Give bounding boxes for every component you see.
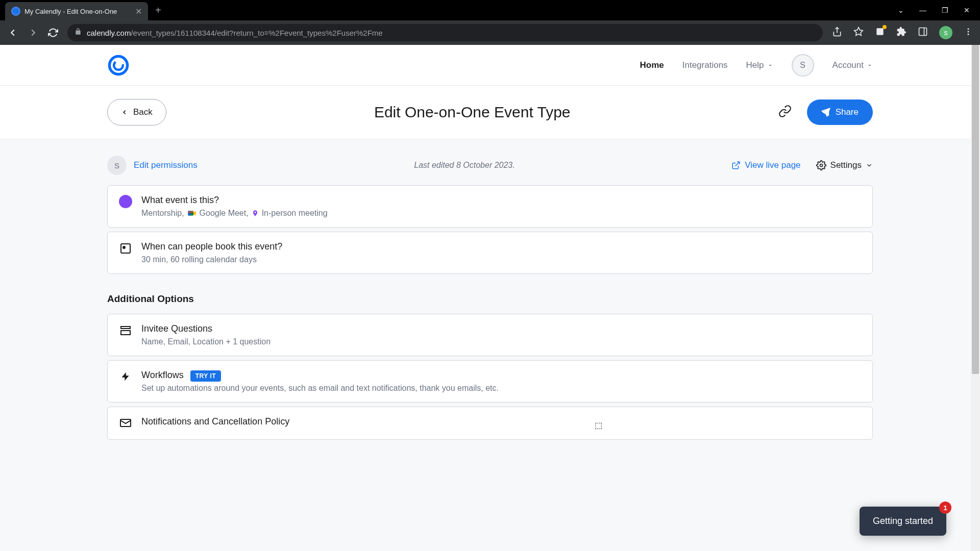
maximize-icon[interactable]: ❐ bbox=[942, 6, 948, 14]
svg-point-9 bbox=[820, 164, 822, 167]
edit-permissions-link[interactable]: Edit permissions bbox=[134, 160, 198, 170]
top-navigation: Home Integrations Help S Account bbox=[0, 45, 980, 86]
card-subtitle: Mentorship, Google Meet, In-person meeti… bbox=[141, 209, 861, 218]
svg-rect-12 bbox=[188, 211, 193, 214]
chevron-left-icon bbox=[121, 109, 128, 116]
sidepanel-icon[interactable] bbox=[918, 27, 928, 39]
tab-search-icon[interactable]: ⌄ bbox=[898, 6, 904, 14]
close-window-icon[interactable]: ✕ bbox=[964, 6, 970, 14]
tab-title: My Calendly - Edit One-on-One bbox=[24, 8, 131, 15]
view-live-link[interactable]: View live page bbox=[731, 160, 800, 170]
svg-rect-2 bbox=[919, 28, 927, 36]
card-title: Workflows TRY IT bbox=[141, 370, 861, 381]
card-title: What event is this? bbox=[141, 195, 861, 206]
svg-point-6 bbox=[968, 34, 969, 35]
getting-started-widget[interactable]: Getting started 1 bbox=[860, 507, 946, 536]
view-live-label: View live page bbox=[745, 160, 800, 170]
try-it-badge: TRY IT bbox=[190, 370, 221, 382]
card-what-event[interactable]: What event is this? Mentorship, Google M… bbox=[107, 185, 873, 228]
card-when-book[interactable]: When can people book this event? 30 min,… bbox=[107, 232, 873, 274]
location-pin-icon bbox=[252, 209, 259, 218]
share-button[interactable]: Share bbox=[807, 99, 873, 125]
calendly-logo[interactable] bbox=[107, 54, 130, 77]
chevron-down-icon bbox=[867, 62, 873, 68]
share-arrow-icon bbox=[821, 108, 830, 117]
additional-options-heading: Additional Options bbox=[107, 293, 873, 305]
card-title: Notifications and Cancellation Policy bbox=[141, 416, 861, 427]
close-tab-icon[interactable]: ✕ bbox=[135, 7, 142, 16]
meta-row: S Edit permissions Last edited 8 October… bbox=[107, 156, 873, 175]
svg-rect-15 bbox=[121, 327, 130, 329]
share-label: Share bbox=[836, 107, 859, 117]
scrollbar[interactable] bbox=[971, 45, 980, 551]
svg-point-7 bbox=[109, 56, 127, 74]
lightning-icon bbox=[119, 370, 132, 383]
google-meet-icon bbox=[187, 209, 197, 218]
svg-point-8 bbox=[114, 61, 123, 70]
gear-icon bbox=[816, 160, 826, 170]
address-bar: calendly.com/event_types/161108344/edit?… bbox=[0, 20, 980, 45]
card-title: Invitee Questions bbox=[141, 323, 861, 334]
toolbar-icons: s bbox=[832, 26, 973, 39]
svg-rect-16 bbox=[121, 331, 130, 335]
window-controls: ⌄ — ❐ ✕ bbox=[898, 6, 980, 14]
nav-account[interactable]: Account bbox=[832, 60, 873, 70]
page-header: Back Edit One-on-One Event Type Share bbox=[0, 86, 980, 139]
card-title: When can people book this event? bbox=[141, 241, 861, 252]
getting-started-label: Getting started bbox=[873, 516, 933, 526]
nav-integrations[interactable]: Integrations bbox=[682, 60, 728, 70]
envelope-icon bbox=[119, 416, 132, 430]
extensions-icon[interactable] bbox=[896, 27, 906, 39]
permission-avatar: S bbox=[107, 156, 127, 175]
card-workflows[interactable]: Workflows TRY IT Set up automations arou… bbox=[107, 360, 873, 403]
back-label: Back bbox=[133, 107, 153, 117]
last-edited-text: Last edited 8 October 2023. bbox=[198, 161, 732, 170]
nav-links: Home Integrations Help S Account bbox=[640, 54, 873, 77]
nav-help[interactable]: Help bbox=[746, 60, 773, 70]
svg-rect-13 bbox=[121, 244, 130, 253]
card-invitee-questions[interactable]: Invitee Questions Name, Email, Location … bbox=[107, 314, 873, 356]
forward-nav-icon[interactable] bbox=[28, 27, 39, 38]
profile-avatar[interactable]: s bbox=[939, 26, 952, 39]
card-subtitle: 30 min, 60 rolling calendar days bbox=[141, 255, 861, 264]
nav-home[interactable]: Home bbox=[640, 60, 664, 70]
browser-tab[interactable]: My Calendly - Edit One-on-One ✕ bbox=[5, 2, 148, 20]
scrollbar-thumb[interactable] bbox=[972, 45, 979, 374]
chevron-down-icon bbox=[767, 62, 773, 68]
chevron-down-icon bbox=[866, 162, 873, 169]
settings-label: Settings bbox=[830, 160, 862, 170]
settings-dropdown[interactable]: Settings bbox=[816, 160, 873, 170]
notification-badge: 1 bbox=[939, 502, 951, 514]
browser-chrome: My Calendly - Edit One-on-One ✕ + ⌄ — ❐ … bbox=[0, 0, 980, 45]
star-icon[interactable] bbox=[853, 27, 864, 39]
share-page-icon[interactable] bbox=[832, 27, 842, 39]
svg-point-14 bbox=[123, 246, 125, 248]
svg-point-5 bbox=[968, 31, 969, 33]
url-input[interactable]: calendly.com/event_types/161108344/edit?… bbox=[67, 24, 823, 41]
back-button[interactable]: Back bbox=[107, 99, 166, 126]
new-tab-button[interactable]: + bbox=[155, 5, 161, 16]
calendly-favicon bbox=[11, 7, 20, 16]
card-subtitle: Set up automations around your events, s… bbox=[141, 384, 861, 393]
reload-icon[interactable] bbox=[48, 28, 58, 38]
card-notifications[interactable]: Notifications and Cancellation Policy bbox=[107, 407, 873, 440]
copy-link-icon[interactable] bbox=[778, 105, 792, 120]
menu-icon[interactable] bbox=[964, 27, 973, 38]
url-text: calendly.com/event_types/161108344/edit?… bbox=[87, 29, 383, 37]
svg-point-4 bbox=[968, 28, 969, 30]
user-avatar[interactable]: S bbox=[792, 54, 814, 77]
tab-bar: My Calendly - Edit One-on-One ✕ + ⌄ — ❐ … bbox=[0, 0, 980, 20]
form-icon bbox=[119, 323, 132, 337]
extension-1-icon[interactable] bbox=[875, 27, 885, 39]
page: Home Integrations Help S Account Back Ed… bbox=[0, 45, 980, 440]
page-title: Edit One-on-One Event Type bbox=[166, 104, 778, 121]
svg-rect-1 bbox=[876, 28, 883, 35]
minimize-icon[interactable]: — bbox=[919, 6, 926, 14]
svg-marker-0 bbox=[854, 28, 863, 36]
lock-icon bbox=[75, 28, 82, 37]
content-area: S Edit permissions Last edited 8 October… bbox=[0, 139, 980, 440]
calendar-icon bbox=[119, 241, 132, 255]
card-subtitle: Name, Email, Location + 1 question bbox=[141, 337, 861, 346]
back-nav-icon[interactable] bbox=[7, 27, 18, 38]
external-link-icon bbox=[731, 161, 741, 170]
